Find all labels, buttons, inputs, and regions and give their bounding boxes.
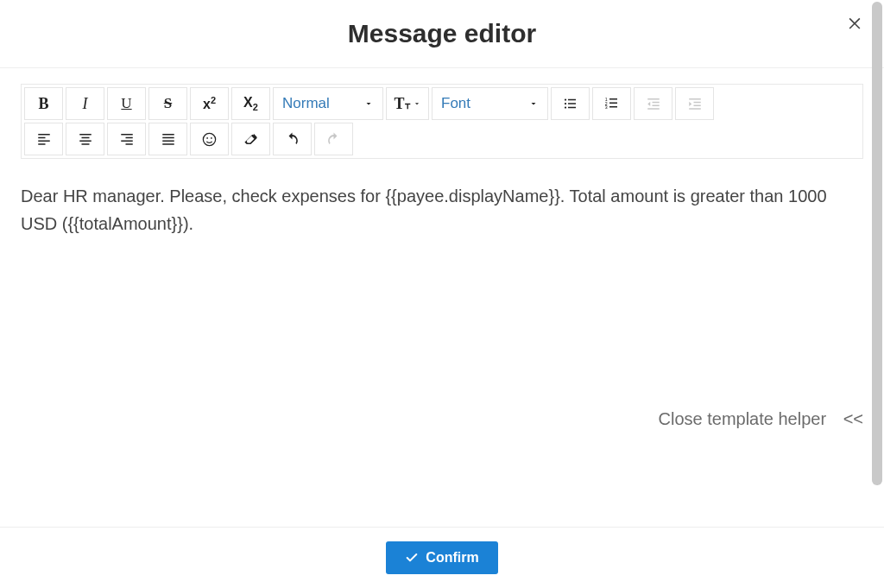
redo-button[interactable] <box>314 123 353 155</box>
close-button[interactable] <box>846 14 863 31</box>
confirm-button[interactable]: Confirm <box>386 541 497 574</box>
strikethrough-icon: S <box>164 95 172 112</box>
paragraph-format-select[interactable]: Normal <box>273 87 383 120</box>
align-right-icon <box>119 131 135 147</box>
svg-rect-14 <box>652 105 659 107</box>
indent-button[interactable] <box>675 87 714 120</box>
svg-rect-17 <box>693 102 700 104</box>
svg-rect-13 <box>652 102 659 104</box>
toolbar: B I U S x2 X2 Normal <box>21 84 863 159</box>
chevron-down-icon <box>363 98 374 109</box>
superscript-icon: x2 <box>203 95 216 112</box>
svg-rect-11 <box>609 106 617 108</box>
ordered-list-button[interactable]: 123 <box>592 87 631 120</box>
align-center-icon <box>78 131 93 147</box>
unordered-list-icon <box>563 96 578 111</box>
subscript-button[interactable]: X2 <box>231 87 270 120</box>
underline-button[interactable]: U <box>107 87 146 120</box>
align-right-button[interactable] <box>107 123 146 155</box>
modal-header: Message editor <box>0 0 884 68</box>
svg-rect-4 <box>568 103 576 104</box>
svg-text:3: 3 <box>604 104 607 110</box>
confirm-button-label: Confirm <box>426 550 478 566</box>
paragraph-format-value: Normal <box>282 95 330 112</box>
editor-text: Dear HR manager. Please, check expenses … <box>21 187 827 233</box>
undo-button[interactable] <box>273 123 312 155</box>
undo-icon <box>284 131 300 148</box>
check-icon <box>405 551 419 565</box>
align-justify-button[interactable] <box>148 123 187 155</box>
template-helper-toggle-row: Close template helper << <box>0 409 884 429</box>
eraser-icon <box>243 131 259 148</box>
svg-rect-3 <box>568 99 576 101</box>
indent-icon <box>687 96 703 111</box>
svg-rect-21 <box>38 137 45 139</box>
message-editor-modal: Message editor B I U S x2 <box>0 0 884 588</box>
modal-footer: Confirm <box>0 527 884 588</box>
align-center-button[interactable] <box>66 123 104 155</box>
svg-point-0 <box>564 98 565 100</box>
unordered-list-button[interactable] <box>551 87 590 120</box>
svg-point-36 <box>203 133 215 145</box>
svg-point-38 <box>211 137 212 139</box>
svg-rect-24 <box>79 134 92 136</box>
eraser-button[interactable] <box>231 123 270 155</box>
toolbar-row-1: B I U S x2 X2 Normal <box>24 87 860 120</box>
svg-rect-26 <box>79 141 92 142</box>
scrollbar-thumb[interactable] <box>872 2 882 485</box>
svg-rect-31 <box>125 143 132 145</box>
svg-rect-33 <box>162 137 174 139</box>
strikethrough-button[interactable]: S <box>148 87 187 120</box>
svg-rect-25 <box>81 137 89 139</box>
svg-rect-29 <box>125 137 132 139</box>
font-size-button[interactable]: Tᴛ <box>386 87 429 120</box>
svg-rect-12 <box>647 98 660 100</box>
svg-rect-32 <box>162 134 174 136</box>
superscript-button[interactable]: x2 <box>190 87 229 120</box>
modal-title: Message editor <box>348 19 536 47</box>
close-icon <box>846 14 863 31</box>
svg-rect-30 <box>121 141 133 142</box>
svg-point-1 <box>564 103 565 104</box>
svg-rect-20 <box>38 134 50 136</box>
svg-text:2: 2 <box>604 101 607 106</box>
svg-rect-19 <box>689 108 701 110</box>
scrollbar[interactable] <box>872 2 882 485</box>
svg-rect-22 <box>38 141 50 142</box>
svg-rect-35 <box>162 143 174 145</box>
emoji-button[interactable] <box>190 123 229 155</box>
ordered-list-icon: 123 <box>604 96 620 111</box>
svg-rect-5 <box>568 107 576 109</box>
svg-rect-23 <box>38 143 45 145</box>
chevron-down-icon <box>528 98 539 109</box>
outdent-button[interactable] <box>634 87 672 120</box>
redo-icon <box>325 131 342 148</box>
bold-button[interactable]: B <box>24 87 63 120</box>
italic-button[interactable]: I <box>66 87 104 120</box>
align-justify-icon <box>161 131 176 147</box>
svg-rect-9 <box>609 98 617 100</box>
svg-rect-10 <box>609 103 617 104</box>
chevron-left-double-icon[interactable]: << <box>843 409 863 429</box>
editor-area: B I U S x2 X2 Normal <box>0 68 884 409</box>
svg-point-2 <box>564 106 565 108</box>
svg-rect-28 <box>121 134 133 136</box>
svg-rect-15 <box>647 108 660 110</box>
align-left-button[interactable] <box>24 123 63 155</box>
svg-text:1: 1 <box>604 97 607 102</box>
svg-point-37 <box>206 137 208 139</box>
svg-rect-16 <box>689 98 701 100</box>
outdent-icon <box>646 96 661 111</box>
toolbar-row-2 <box>24 123 860 155</box>
italic-icon: I <box>83 95 88 113</box>
font-family-value: Font <box>441 95 470 112</box>
font-size-icon: Tᴛ <box>394 95 409 113</box>
close-template-helper-link[interactable]: Close template helper <box>659 409 827 428</box>
subscript-icon: X2 <box>243 95 258 112</box>
font-family-select[interactable]: Font <box>432 87 548 120</box>
editor-content[interactable]: Dear HR manager. Please, check expenses … <box>21 159 863 409</box>
bold-icon: B <box>38 95 48 113</box>
svg-rect-18 <box>693 105 700 107</box>
svg-rect-27 <box>81 143 89 145</box>
emoji-icon <box>201 131 218 148</box>
